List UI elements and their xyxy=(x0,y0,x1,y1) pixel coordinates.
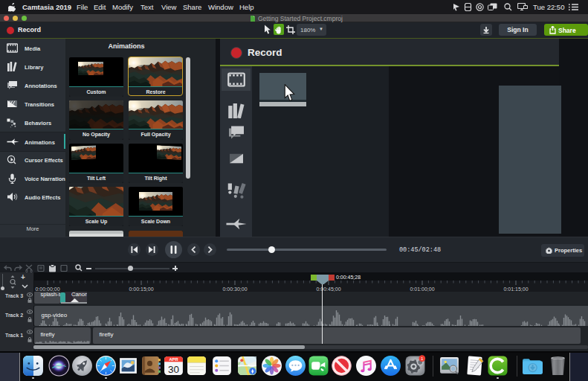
svg-text:0:00:00;00: 0:00:00;00 xyxy=(35,286,59,292)
svg-text:1: 1 xyxy=(421,355,424,360)
svg-text:0:01:15;00: 0:01:15;00 xyxy=(503,286,528,292)
svg-text:0:00:15;00: 0:00:15;00 xyxy=(129,286,153,292)
svg-text:0:00:30;00: 0:00:30;00 xyxy=(222,286,247,292)
svg-text:0:01:00;00: 0:01:00;00 xyxy=(410,286,434,292)
svg-text:APR: APR xyxy=(169,357,178,362)
svg-text:0:00:45;00: 0:00:45;00 xyxy=(316,286,340,292)
svg-text:30: 30 xyxy=(168,363,179,374)
